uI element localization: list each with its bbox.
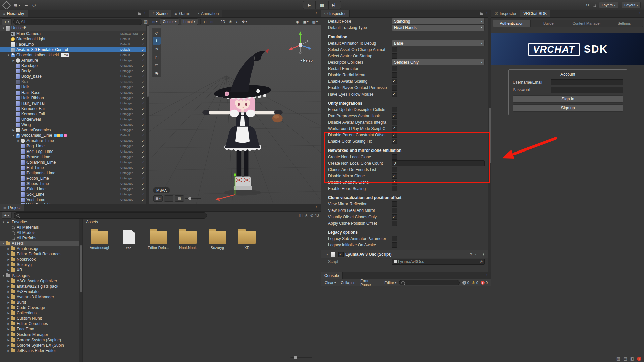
visibility-checkbox[interactable]: ✓ — [140, 96, 146, 100]
hierarchy-item[interactable]: Pettipants_LimeUntagged✓ — [0, 170, 146, 176]
project-tree-item[interactable]: ▶Custom NUnit — [0, 316, 79, 321]
expand-arrow-icon[interactable]: ▶ — [6, 344, 11, 347]
move-tool-icon[interactable]: ✛ — [153, 37, 161, 45]
tab-scene[interactable]: # Scene — [149, 10, 171, 17]
property-dropdown[interactable]: Senders Only▾ — [392, 59, 485, 65]
visibility-checkbox[interactable]: ✓ — [140, 139, 146, 143]
script-object-field[interactable]: LyumaAv3Osc ◎ — [392, 259, 485, 265]
visibility-checkbox[interactable]: ✓ — [140, 43, 146, 46]
password-field[interactable] — [551, 87, 623, 93]
hierarchy-item[interactable]: Vest_LimeUntagged✓ — [0, 197, 146, 202]
project-tree-item[interactable]: ▶NookNook — [0, 257, 79, 262]
search-by-type-icon[interactable]: ◫ — [299, 213, 302, 218]
expand-arrow-icon[interactable]: ▶ — [6, 333, 11, 336]
hierarchy-item[interactable]: Bag_LimeUntagged✓ — [0, 143, 146, 149]
expand-arrow-icon[interactable]: ▶ — [16, 139, 21, 142]
expand-arrow-icon[interactable]: ▶ — [6, 258, 11, 261]
property-dropdown[interactable]: Head Hands▾ — [392, 24, 485, 31]
scene-visibility-icon[interactable]: ◉ — [295, 20, 301, 24]
sign-in-button[interactable]: Sign In — [513, 95, 623, 103]
panel-menu-icon[interactable]: ⋮ — [485, 273, 489, 278]
visibility-checkbox[interactable]: ✓ — [140, 128, 146, 132]
lock-icon[interactable] — [138, 13, 141, 15]
asset-item[interactable]: csc — [117, 229, 141, 250]
transform-tool-icon[interactable]: ◉ — [153, 69, 161, 77]
step-button[interactable]: ▶▏ — [328, 1, 341, 9]
cloud-icon[interactable]: ☁ — [24, 3, 28, 7]
visibility-checkbox[interactable]: ✓ — [140, 69, 146, 73]
username-field[interactable] — [551, 79, 623, 85]
pause-button[interactable]: ▮▮ — [316, 1, 328, 9]
expand-arrow-icon[interactable]: ▼ — [1, 274, 6, 277]
hierarchy-item[interactable]: BodyUntagged✓ — [0, 68, 146, 74]
project-tree-item[interactable]: All Models — [0, 230, 79, 235]
expand-arrow-icon[interactable]: ▼ — [1, 27, 6, 30]
panel-menu-icon[interactable]: ⋮ — [638, 11, 642, 16]
asset-item[interactable]: Suzuryg — [205, 229, 229, 250]
foldout-arrow-icon[interactable]: ▼ — [325, 253, 329, 256]
camera-settings-icon[interactable]: ▣▾ — [302, 20, 309, 24]
component-header[interactable]: ▼ Lyuma Av 3 Osc (Script) ? ≔ ⋮ — [321, 250, 488, 258]
hidden-object-count[interactable]: ⊘ 43 — [310, 213, 319, 218]
expand-arrow-icon[interactable]: ▶ — [6, 317, 11, 320]
property-checkbox[interactable] — [392, 126, 397, 131]
asset-item[interactable]: XR — [235, 229, 259, 250]
hierarchy-item[interactable]: CollarPins_LimeUntagged✓ — [0, 160, 146, 165]
property-checkbox[interactable] — [392, 214, 397, 220]
collapse-button[interactable]: Collapse — [338, 279, 358, 286]
expand-arrow-icon[interactable]: ▶ — [6, 263, 11, 266]
visibility-checkbox[interactable]: ✓ — [140, 91, 146, 95]
grid-visibility-dropdown[interactable]: ▦▾ — [153, 195, 163, 202]
presets-icon[interactable]: ≔ — [475, 252, 479, 257]
visibility-checkbox[interactable]: ✓ — [140, 107, 146, 111]
hierarchy-item[interactable]: UnderwearUntagged✓ — [0, 117, 146, 122]
hierarchy-item[interactable]: Potion_LimeUntagged✓ — [0, 176, 146, 181]
property-checkbox[interactable] — [392, 85, 397, 90]
project-tree-item[interactable]: ▶JetBrains Rider Editor — [0, 348, 79, 353]
panel-menu-icon[interactable]: ⋮ — [485, 11, 489, 16]
visibility-checkbox[interactable]: ✓ — [140, 193, 146, 196]
hierarchy-item[interactable]: Hair_BaseUntagged✓ — [0, 90, 146, 95]
project-tree-item[interactable]: ▶Collections — [0, 310, 79, 316]
scene-lighting-icon[interactable]: ☀ — [228, 20, 233, 24]
visibility-checkbox[interactable]: ✓ — [140, 171, 146, 175]
property-checkbox[interactable] — [392, 242, 397, 248]
expand-arrow-icon[interactable]: ▶ — [6, 290, 11, 293]
layout-dropdown[interactable]: Layout▾ — [622, 2, 641, 8]
asset-item[interactable]: Editor Defa... — [146, 229, 170, 250]
project-tree-item[interactable]: All Prefabs — [0, 235, 79, 241]
expand-arrow-icon[interactable]: ▶ — [6, 349, 11, 352]
visibility-checkbox[interactable]: ✓ — [140, 150, 146, 154]
effects-dropdown-icon[interactable]: ❖▾ — [240, 20, 248, 24]
grid-snap-icon[interactable]: ⊞ — [209, 20, 214, 24]
tab-hierarchy[interactable]: ≡ Hierarchy — [0, 10, 28, 17]
property-checkbox[interactable] — [392, 221, 397, 226]
visibility-checkbox[interactable]: ✓ — [140, 85, 146, 89]
property-checkbox[interactable] — [392, 139, 397, 144]
property-checkbox[interactable] — [392, 132, 397, 138]
rect-tool-icon[interactable]: ▭ — [153, 61, 161, 69]
subtab-authentication[interactable]: Authentication — [493, 20, 531, 27]
clear-button[interactable]: Clear▾ — [322, 279, 338, 286]
project-tree-item[interactable]: All Materials — [0, 225, 79, 230]
subtab-settings[interactable]: Settings — [605, 20, 643, 27]
expand-arrow-icon[interactable]: ▶ — [6, 253, 11, 256]
hierarchy-item[interactable]: Main CameraMainCamera✓ — [0, 31, 146, 36]
panel-menu-icon[interactable]: ⋮ — [143, 11, 147, 16]
expand-arrow-icon[interactable]: ▶ — [6, 301, 11, 304]
hierarchy-item[interactable]: ▶Armature_LimeUntagged✓ — [0, 138, 146, 143]
pivot-mode-dropdown[interactable]: Center▾ — [160, 18, 179, 25]
hierarchy-item[interactable]: ▼Chocolat_kaihen_kisekiEmoDefault✓ — [0, 52, 146, 58]
handle-space-dropdown[interactable]: Local▾ — [181, 18, 198, 25]
property-checkbox[interactable] — [392, 47, 397, 52]
console-search-input[interactable] — [399, 280, 460, 285]
visibility-checkbox[interactable]: ✓ — [140, 59, 146, 62]
create-asset-button[interactable]: +▾ — [2, 212, 12, 219]
project-tree-item[interactable]: ▶Av3Emulator — [0, 289, 79, 294]
play-button[interactable]: ▶ — [303, 1, 316, 9]
hierarchy-item[interactable]: Brouse_LimeUntagged✓ — [0, 154, 146, 160]
hierarchy-item[interactable]: ▶ArmatureUntagged✓ — [0, 58, 146, 63]
expand-arrow-icon[interactable]: ▶ — [6, 322, 11, 325]
project-tree-item[interactable]: ▶Gorone System (Supine) — [0, 337, 79, 343]
panel-menu-icon[interactable]: ⋮ — [314, 11, 318, 16]
